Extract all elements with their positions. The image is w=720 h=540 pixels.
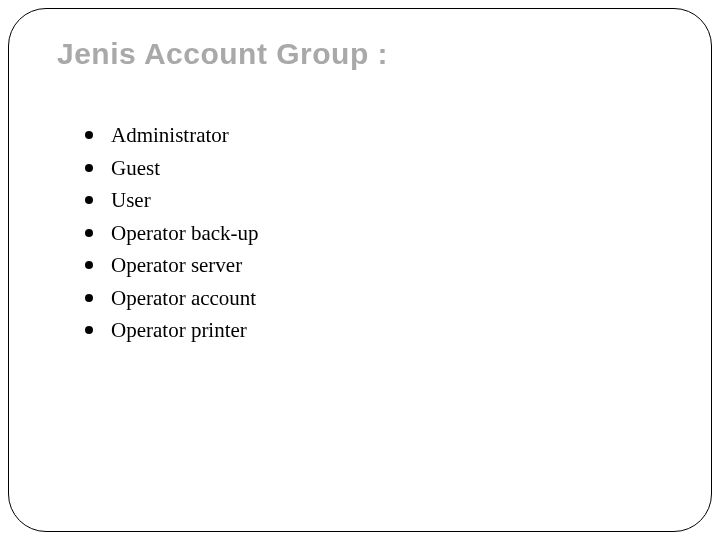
list-item: User [85, 184, 663, 217]
list-item: Operator back-up [85, 217, 663, 250]
list-item: Operator server [85, 249, 663, 282]
list-item: Operator printer [85, 314, 663, 347]
page-title: Jenis Account Group : [57, 37, 663, 71]
list-item: Operator account [85, 282, 663, 315]
slide-frame: Jenis Account Group : Administrator Gues… [8, 8, 712, 532]
list-item: Administrator [85, 119, 663, 152]
list-item: Guest [85, 152, 663, 185]
account-group-list: Administrator Guest User Operator back-u… [57, 119, 663, 347]
